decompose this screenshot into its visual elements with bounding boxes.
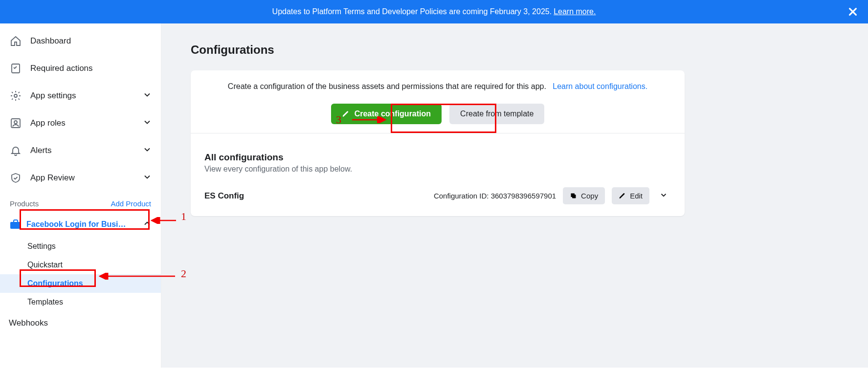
nav-app-review[interactable]: App Review [0,164,161,192]
svg-rect-0 [12,64,20,73]
page-title: Configurations [191,43,868,57]
create-configuration-button[interactable]: Create configuration [331,104,442,124]
nav-label: Required actions [30,64,93,73]
chevron-down-icon [142,172,152,184]
nav-label: Alerts [30,146,51,155]
briefcase-icon [9,218,22,231]
action-row: Create configuration Create from templat… [204,95,671,133]
pencil-icon [619,192,626,199]
roles-icon [9,116,22,130]
sub-settings[interactable]: Settings [0,237,161,256]
announcement-banner: Updates to Platform Terms and Developer … [0,0,868,23]
chevron-down-icon [142,90,152,102]
chevron-up-icon [142,219,152,230]
nav-alerts[interactable]: Alerts [0,137,161,164]
pencil-icon [342,110,350,118]
config-name: ES Config [204,191,244,201]
svg-point-1 [14,94,17,97]
svg-point-3 [14,121,17,124]
config-row: ES Config Configuration ID: 360379839659… [204,187,671,204]
nav-label: Dashboard [30,36,71,46]
nav-label: App Review [30,173,75,183]
config-id: Configuration ID: 3603798396597901 [434,192,556,200]
banner-close-button[interactable] [847,6,858,17]
checklist-icon [9,62,22,75]
product-title: Facebook Login for Busi… [26,220,142,229]
all-configs-subtitle: View every configuration of this app bel… [204,165,671,174]
configurations-card: Create a configuration of the business a… [191,70,685,216]
copy-icon [570,192,577,199]
edit-button[interactable]: Edit [612,187,649,204]
gear-icon [9,89,22,103]
sub-quickstart[interactable]: Quickstart [0,256,161,274]
nav-required-actions[interactable]: Required actions [0,55,161,82]
nav-dashboard[interactable]: Dashboard [0,27,161,55]
sub-templates[interactable]: Templates [0,293,161,311]
sidebar-product-fblogin[interactable]: Facebook Login for Busi… [0,212,161,237]
sidebar-product-webhooks[interactable]: Webhooks [0,311,161,335]
copy-label: Copy [581,192,598,200]
products-header: Products Add Product [0,192,161,212]
main-content: Configurations Create a configuration of… [161,23,868,368]
shield-check-icon [9,171,22,185]
chevron-down-icon [659,191,668,199]
chevron-down-icon [142,117,152,130]
create-from-template-button[interactable]: Create from template [449,104,544,124]
home-icon [9,34,22,48]
edit-label: Edit [630,192,643,200]
copy-button[interactable]: Copy [563,187,605,204]
nav-label: App roles [30,118,66,128]
annotation-number-2: 2 [181,267,186,280]
chevron-down-icon [142,145,152,157]
bell-icon [9,144,22,157]
banner-learn-more-link[interactable]: Learn more. [554,7,596,16]
expand-row-button[interactable] [656,188,671,204]
close-icon [847,6,858,17]
nav-app-settings[interactable]: App settings [0,82,161,110]
all-configs-title: All configurations [204,152,671,163]
intro-text-row: Create a configuration of the business a… [204,82,671,95]
intro-learn-link[interactable]: Learn about configurations. [553,82,647,90]
annotation-number-1: 1 [181,210,186,223]
products-label: Products [10,199,39,208]
nav-label: App settings [30,91,76,101]
intro-text: Create a configuration of the business a… [228,82,546,90]
sidebar: Dashboard Required actions App settings … [0,23,161,368]
banner-text: Updates to Platform Terms and Developer … [272,7,552,16]
sub-configurations[interactable]: Configurations [0,274,161,293]
add-product-link[interactable]: Add Product [111,199,151,208]
nav-app-roles[interactable]: App roles [0,110,161,137]
svg-rect-4 [10,222,21,229]
create-label: Create configuration [355,110,431,118]
